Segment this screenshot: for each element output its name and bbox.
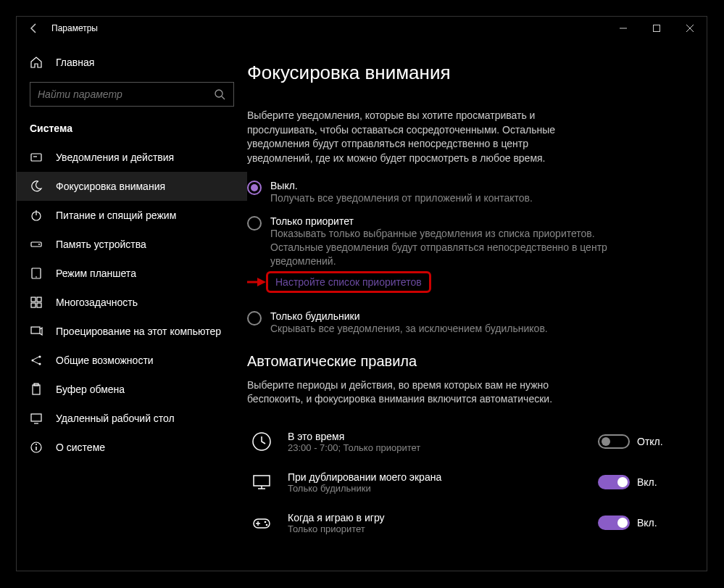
sidebar-item-power[interactable]: Питание и спящий режим [17, 201, 247, 230]
svg-marker-27 [257, 278, 266, 286]
window-title: Параметры [51, 23, 98, 33]
sidebar-item-label: Проецирование на этот компьютер [56, 326, 221, 337]
radio-control[interactable] [247, 311, 262, 326]
sidebar-item-label: Память устройства [56, 239, 146, 250]
sidebar-item-projecting[interactable]: Проецирование на этот компьютер [17, 317, 247, 346]
page-title: Фокусировка внимания [247, 62, 685, 84]
home-icon [30, 56, 43, 69]
svg-rect-19 [33, 385, 40, 394]
sidebar-item-shared[interactable]: Общие возможности [17, 346, 247, 375]
radio-description: Получать все уведомления от приложений и… [270, 191, 609, 205]
sidebar-item-label: Уведомления и действия [56, 152, 174, 163]
radio-description: Показывать только выбранные уведомления … [270, 227, 609, 268]
svg-point-35 [265, 521, 267, 523]
gamepad-icon [247, 508, 276, 537]
svg-rect-4 [31, 154, 41, 161]
settings-window: Параметры Главная Система Уведомления и … [16, 16, 707, 571]
rule-title: В это время [288, 431, 586, 442]
toggle-state: Откл. [637, 436, 663, 447]
clipboard-icon [30, 383, 43, 396]
intro-text: Выберите уведомления, которые вы хотите … [247, 109, 595, 165]
sidebar-item-tablet[interactable]: Режим планшета [17, 259, 247, 288]
auto-rules-desc: Выберите периоды и действия, во время ко… [247, 378, 595, 407]
svg-line-3 [222, 96, 225, 99]
radio-control[interactable] [247, 216, 262, 231]
minimize-button[interactable] [607, 17, 640, 40]
rule-sub: Только будильники [288, 483, 586, 494]
sidebar-item-label: О системе [56, 442, 105, 453]
rule-duplicating-display[interactable]: При дублировании моего экрана Только буд… [247, 462, 685, 502]
sidebar-item-label: Многозадачность [56, 297, 138, 308]
svg-rect-13 [31, 303, 36, 307]
rule-title: Когда я играю в игру [288, 512, 586, 523]
svg-point-2 [215, 90, 222, 97]
remote-icon [30, 412, 43, 425]
svg-point-36 [266, 524, 268, 526]
sidebar-item-label: Питание и спящий режим [56, 210, 176, 221]
radio-priority[interactable]: Только приоритет Показывать только выбра… [247, 215, 609, 300]
main-content: Фокусировка внимания Выберите уведомлени… [247, 40, 707, 571]
radio-description: Скрывать все уведомления, за исключением… [270, 322, 609, 336]
info-icon [30, 441, 43, 454]
projecting-icon [30, 325, 43, 338]
maximize-button[interactable] [640, 17, 673, 40]
svg-rect-29 [254, 476, 270, 486]
search-box[interactable] [30, 82, 234, 107]
storage-icon [30, 238, 43, 251]
sidebar-item-multitasking[interactable]: Многозадачность [17, 288, 247, 317]
tablet-icon [30, 267, 43, 280]
sidebar-item-about[interactable]: О системе [17, 433, 247, 462]
toggle-state: Вкл. [637, 476, 657, 488]
sidebar-item-storage[interactable]: Память устройства [17, 230, 247, 259]
auto-rules-heading: Автоматические правила [247, 353, 685, 370]
sidebar-section-title: Система [17, 117, 247, 143]
sidebar-home[interactable]: Главная [17, 50, 247, 75]
sidebar-item-label: Режим планшета [56, 268, 136, 279]
svg-rect-12 [37, 297, 41, 302]
search-icon [213, 88, 226, 101]
window-controls [607, 17, 707, 40]
sidebar: Главная Система Уведомления и действия Ф… [17, 40, 247, 571]
radio-off[interactable]: Выкл. Получать все уведомления от прилож… [247, 180, 609, 205]
rule-toggle[interactable] [598, 515, 630, 530]
svg-point-8 [38, 244, 40, 245]
close-button[interactable] [673, 17, 707, 40]
sidebar-item-label: Удаленный рабочий стол [56, 413, 175, 424]
sidebar-item-label: Буфер обмена [56, 384, 125, 395]
titlebar: Параметры [17, 17, 707, 40]
monitor-icon [247, 468, 276, 497]
svg-rect-14 [37, 303, 41, 307]
multitasking-icon [30, 296, 43, 309]
clock-icon [247, 427, 276, 456]
sidebar-item-label: Общие возможности [56, 355, 154, 366]
sidebar-item-remote-desktop[interactable]: Удаленный рабочий стол [17, 404, 247, 433]
sidebar-item-focus-assist[interactable]: Фокусировка внимания [17, 172, 247, 201]
radio-label: Только будильники [270, 310, 609, 322]
svg-rect-21 [31, 414, 41, 421]
rule-toggle[interactable] [598, 475, 630, 489]
shared-icon [30, 354, 43, 367]
rule-playing-game[interactable]: Когда я играю в игру Только приоритет Вк… [247, 502, 685, 543]
priority-list-link[interactable]: Настройте список приоритетов [266, 271, 431, 293]
svg-rect-15 [31, 327, 40, 334]
toggle-state: Вкл. [637, 517, 657, 529]
svg-rect-1 [654, 25, 660, 32]
back-button[interactable] [17, 17, 51, 40]
search-input[interactable] [38, 88, 213, 100]
sidebar-item-notifications[interactable]: Уведомления и действия [17, 143, 247, 172]
sidebar-home-label: Главная [56, 57, 94, 68]
rule-sub: 23:00 - 7:00; Только приоритет [288, 442, 586, 453]
svg-point-25 [36, 444, 37, 445]
rule-during-hours[interactable]: В это время 23:00 - 7:00; Только приорит… [247, 421, 685, 462]
annotation-arrow [247, 275, 266, 289]
radio-alarms[interactable]: Только будильники Скрывать все уведомлен… [247, 310, 609, 336]
notifications-icon [30, 151, 43, 164]
radio-label: Только приоритет [270, 215, 609, 227]
rule-title: При дублировании моего экрана [288, 471, 586, 483]
rule-toggle[interactable] [598, 434, 630, 449]
radio-label: Выкл. [270, 180, 609, 191]
power-icon [30, 209, 43, 222]
moon-icon [30, 180, 43, 193]
sidebar-item-clipboard[interactable]: Буфер обмена [17, 375, 247, 404]
radio-control[interactable] [247, 181, 262, 195]
